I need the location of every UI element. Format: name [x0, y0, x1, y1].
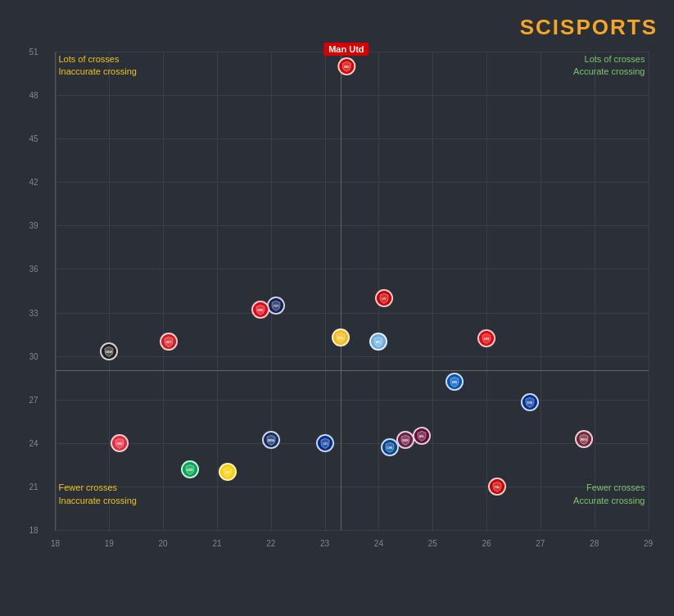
svg-text:CHE: CHE — [387, 447, 393, 451]
team-badge-bri[interactable]: BRI — [446, 373, 464, 391]
y-tick: 48 — [29, 91, 38, 100]
corner-label-bottom-left: Fewer crossesInaccurate crossing — [59, 482, 137, 507]
y-tick: 39 — [29, 221, 38, 230]
team-badge-mc[interactable]: MC — [369, 333, 387, 351]
x-tick: 27 — [536, 539, 545, 548]
y-tick: 27 — [29, 395, 38, 404]
svg-text:LIV: LIV — [382, 297, 387, 301]
svg-text:SOT: SOT — [165, 341, 171, 344]
svg-text:NEW: NEW — [106, 351, 114, 355]
y-tick: 51 — [29, 48, 38, 57]
logo-text-2: RTS — [610, 15, 658, 39]
x-tick: 20 — [159, 539, 168, 548]
plot-area: 1821242730333639424548511819202122232425… — [55, 52, 649, 531]
team-badge-lei[interactable]: LEI — [316, 434, 334, 452]
logo-accent: O — [592, 15, 610, 39]
x-tick: 18 — [51, 539, 60, 548]
y-tick: 33 — [29, 308, 38, 317]
svg-text:WHU: WHU — [581, 438, 587, 442]
team-badge-ful[interactable]: FUL — [488, 478, 506, 496]
team-badge-tot[interactable]: TOT — [267, 297, 285, 315]
x-tick: 24 — [374, 539, 383, 548]
x-tick: 19 — [105, 539, 114, 548]
corner-label-bottom-right: Fewer crossesAccurate crossing — [573, 482, 645, 507]
x-tick: 29 — [644, 539, 653, 548]
y-tick: 24 — [29, 438, 38, 447]
svg-text:NOR: NOR — [187, 469, 193, 472]
median-vertical-line — [341, 52, 342, 530]
y-tick: 21 — [29, 482, 38, 491]
svg-text:LEE: LEE — [225, 472, 231, 475]
team-badge-lee[interactable]: LEE — [219, 463, 237, 481]
team-badge-ars[interactable]: ARS — [477, 329, 495, 347]
y-tick: 42 — [29, 178, 38, 187]
y-tick: 18 — [29, 526, 38, 535]
svg-text:MU: MU — [344, 65, 349, 69]
svg-text:MC: MC — [376, 340, 381, 344]
main-container: SCISPORTS 182124273033363942454851181920… — [0, 0, 674, 616]
svg-text:WBA: WBA — [268, 440, 274, 443]
team-badge-wba[interactable]: WBA — [262, 431, 280, 449]
svg-text:FUL: FUL — [495, 486, 500, 489]
team-badge-bre[interactable]: BRE — [251, 301, 269, 319]
x-tick: 28 — [590, 539, 599, 548]
team-badge-shu[interactable]: SHU — [111, 434, 129, 452]
svg-text:BRI: BRI — [452, 382, 457, 385]
svg-text:AVL: AVL — [419, 435, 424, 438]
svg-text:TOT: TOT — [274, 305, 278, 308]
y-tick: 36 — [29, 265, 38, 274]
x-tick: 23 — [320, 539, 329, 548]
corner-label-top-right: Lots of crossesAccurate crossing — [573, 53, 645, 79]
x-tick: 22 — [266, 539, 275, 548]
team-badge-avl[interactable]: AVL — [413, 427, 431, 445]
svg-text:LEI: LEI — [323, 442, 327, 446]
y-tick: 30 — [29, 351, 38, 360]
svg-text:ARS: ARS — [484, 338, 491, 342]
x-tick: 21 — [212, 539, 221, 548]
svg-text:BRE: BRE — [257, 309, 264, 312]
median-horizontal-line — [56, 370, 649, 371]
team-badge-sot[interactable]: SOT — [160, 333, 178, 351]
svg-text:EVE: EVE — [527, 402, 532, 405]
team-badge-whu[interactable]: WHU — [575, 430, 593, 448]
team-badge-wol[interactable]: WOL — [332, 328, 350, 346]
y-tick: 45 — [29, 134, 38, 143]
x-tick: 26 — [482, 539, 491, 548]
team-badge-liv[interactable]: LIV — [375, 289, 393, 307]
team-badge-nor[interactable]: NOR — [181, 460, 199, 478]
logo: SCISPORTS — [520, 15, 658, 40]
team-badge-mu[interactable]: Man UtdMU — [323, 43, 369, 75]
corner-label-top-left: Lots of crossesInaccurate crossing — [59, 53, 137, 79]
svg-text:BUR: BUR — [403, 440, 409, 443]
svg-text:WOL: WOL — [338, 337, 345, 340]
team-badge-eve[interactable]: EVE — [521, 393, 539, 411]
svg-text:SHU: SHU — [117, 442, 124, 446]
x-tick: 25 — [428, 539, 437, 548]
team-badge-new[interactable]: NEW — [100, 342, 118, 360]
team-badge-bur[interactable]: BUR — [396, 431, 414, 449]
man-utd-label: Man Utd — [323, 43, 369, 56]
header: SCISPORTS — [16, 15, 658, 40]
chart-area: 1821242730333639424548511819202122232425… — [18, 43, 657, 568]
team-badge-che[interactable]: CHE — [381, 438, 399, 456]
logo-text-1: SCISP — [520, 15, 592, 39]
